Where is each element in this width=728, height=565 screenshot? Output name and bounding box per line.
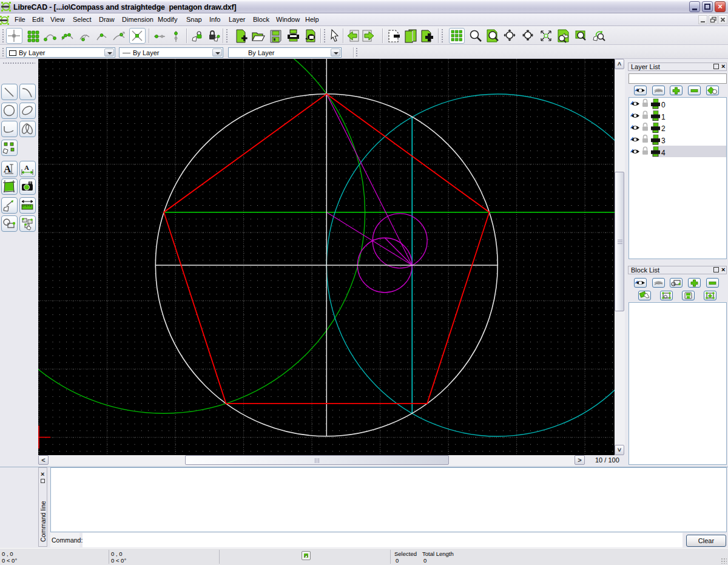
- svg-text:A: A: [24, 164, 29, 171]
- svg-text:A: A: [4, 163, 12, 175]
